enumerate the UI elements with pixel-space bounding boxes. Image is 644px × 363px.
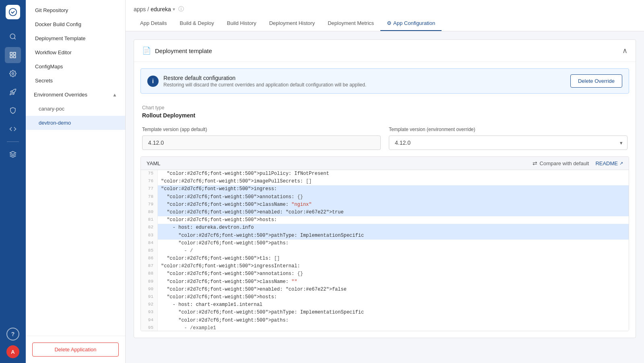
info-icon: i (147, 76, 159, 87)
sidebar-footer: Delete Application (26, 336, 125, 363)
compare-with-default-button[interactable]: ⇄ Compare with default (533, 160, 589, 166)
sidebar-item-docker-build-config[interactable]: Docker Build Config (26, 17, 125, 31)
breadcrumb-chevron-icon[interactable]: ▾ (173, 6, 175, 12)
sidebar-item-workflow-editor[interactable]: Workflow Editor (26, 45, 125, 59)
code-line: 78 "color:#2d7cf6;font-weight:500">annot… (141, 193, 629, 201)
line-content: "color:#2d7cf6;font-weight:500">enabled:… (158, 286, 629, 293)
sidebar-item-label: ConfigMaps (35, 64, 63, 70)
security-nav-icon[interactable] (5, 103, 21, 119)
sidebar: Git Repository Docker Build Config Deplo… (26, 0, 126, 363)
chevron-up-icon: ▲ (112, 92, 117, 98)
layers-nav-icon[interactable] (5, 146, 21, 162)
breadcrumb-info-icon[interactable]: ⓘ (178, 6, 184, 13)
readme-label: README (595, 160, 618, 166)
line-content: "color:#2d7cf6;font-weight:500">tls: [] (158, 255, 629, 263)
settings-nav-icon[interactable] (5, 66, 21, 82)
line-number: 94 (141, 317, 158, 324)
compare-label: Compare with default (540, 160, 589, 166)
code-line: 89 "color:#2d7cf6;font-weight:500">class… (141, 278, 629, 286)
delete-application-button[interactable]: Delete Application (32, 342, 119, 357)
line-content: "color:#2d7cf6;font-weight:500">classNam… (158, 201, 629, 209)
tab-deployment-history[interactable]: Deployment History (263, 16, 321, 31)
document-icon: 📄 (142, 46, 151, 55)
collapse-button[interactable]: ∧ (622, 46, 627, 55)
template-header: 📄 Deployment template ∧ (134, 40, 636, 62)
line-number: 77 (141, 185, 158, 193)
template-version-env-col: Template version (environment override) … (389, 127, 627, 150)
sidebar-nav: Git Repository Docker Build Config Deplo… (26, 0, 125, 336)
sidebar-item-git-repository[interactable]: Git Repository (26, 3, 125, 17)
line-content: "color:#2d7cf6;font-weight:500">paths: (158, 317, 629, 324)
rocket-nav-icon[interactable] (5, 84, 21, 100)
line-content: - host: edureka.devtron.info (158, 224, 629, 232)
yaml-header: YAML ⇄ Compare with default README ↗ (141, 157, 629, 170)
sidebar-item-deployment-template[interactable]: Deployment Template (26, 31, 125, 45)
yaml-actions: ⇄ Compare with default README ↗ (533, 160, 623, 166)
breadcrumb-apps-link[interactable]: apps (134, 6, 146, 12)
line-content: "color:#2d7cf6;font-weight:500">pathType… (158, 309, 629, 316)
sidebar-item-label: Git Repository (35, 7, 68, 13)
sidebar-item-label: Docker Build Config (35, 21, 81, 27)
line-number: 86 (141, 255, 158, 263)
line-number: 79 (141, 201, 158, 209)
line-number: 82 (141, 224, 158, 232)
line-number: 90 (141, 286, 158, 293)
line-content: "color:#2d7cf6;font-weight:500">ingressI… (158, 263, 629, 270)
yaml-code-editor[interactable]: 75 "color:#2d7cf6;font-weight:500">pullP… (141, 170, 629, 331)
help-icon[interactable]: ? (6, 328, 19, 340)
tab-build-history[interactable]: Build History (221, 16, 263, 31)
line-number: 89 (141, 278, 158, 286)
external-link-icon: ↗ (619, 161, 623, 166)
chart-type-label: Chart type (142, 105, 627, 111)
line-content: "color:#2d7cf6;font-weight:500">classNam… (158, 278, 629, 286)
tab-app-configuration[interactable]: ⚙App Configuration (380, 16, 442, 31)
readme-button[interactable]: README ↗ (595, 160, 623, 166)
line-content: - host: chart-example1.internal (158, 301, 629, 309)
tabs: App Details Build & Deploy Build History… (134, 16, 636, 31)
code-line: 88 "color:#2d7cf6;font-weight:500">annot… (141, 270, 629, 278)
code-nav-icon[interactable] (5, 121, 21, 137)
dashboard-nav-icon[interactable] (5, 47, 21, 63)
user-avatar[interactable]: A (6, 345, 19, 358)
sidebar-env-item-canary-poc[interactable]: canary-poc (26, 102, 125, 116)
gear-tab-icon: ⚙ (387, 20, 392, 26)
line-content: "color:#2d7cf6;font-weight:500">pullPoli… (158, 170, 629, 178)
template-version-app-input[interactable] (142, 135, 381, 150)
code-line: 87"color:#2d7cf6;font-weight:500">ingres… (141, 263, 629, 270)
line-number: 83 (141, 232, 158, 240)
code-line: 75 "color:#2d7cf6;font-weight:500">pullP… (141, 170, 629, 178)
svg-rect-5 (10, 56, 12, 58)
svg-rect-3 (10, 52, 12, 54)
svg-rect-6 (14, 56, 16, 58)
chart-type-value: Rollout Deployment (142, 112, 627, 119)
app-logo[interactable] (6, 5, 20, 19)
code-line: 76"color:#2d7cf6;font-weight:500">imageP… (141, 178, 629, 185)
env-item-label: devtron-demo (39, 120, 71, 126)
line-number: 92 (141, 301, 158, 309)
template-version-app-col: Template version (app default) (142, 127, 381, 150)
sidebar-section-environment-overrides[interactable]: Environment Overrides ▲ (26, 88, 125, 102)
search-nav-icon[interactable] (5, 29, 21, 45)
code-line: 79 "color:#2d7cf6;font-weight:500">class… (141, 201, 629, 209)
template-version-env-select[interactable]: 4.12.0 (389, 135, 627, 150)
tab-build-deploy[interactable]: Build & Deploy (173, 16, 220, 31)
line-content: "color:#2d7cf6;font-weight:500">imagePul… (158, 178, 629, 185)
line-number: 84 (141, 240, 158, 247)
sidebar-env-item-devtron-demo[interactable]: devtron-demo (26, 116, 125, 130)
line-content: "color:#2d7cf6;font-weight:500">enabled:… (158, 209, 629, 216)
template-version-env-label: Template version (environment override) (389, 127, 627, 132)
sidebar-item-label: Deployment Template (35, 35, 86, 41)
sidebar-item-configmaps[interactable]: ConfigMaps (26, 59, 125, 74)
line-number: 87 (141, 263, 158, 270)
line-content: "color:#2d7cf6;font-weight:500">annotati… (158, 270, 629, 278)
tab-deployment-metrics[interactable]: Deployment Metrics (321, 16, 380, 31)
template-header-left: 📄 Deployment template (142, 46, 212, 55)
tab-app-details[interactable]: App Details (134, 16, 173, 31)
sidebar-item-secrets[interactable]: Secrets (26, 74, 125, 88)
code-line: 91 "color:#2d7cf6;font-weight:500">hosts… (141, 293, 629, 301)
yaml-section: YAML ⇄ Compare with default README ↗ (140, 156, 629, 331)
code-line: 90 "color:#2d7cf6;font-weight:500">enabl… (141, 286, 629, 293)
delete-override-button[interactable]: Delete Override (570, 74, 622, 88)
nav-divider (7, 142, 19, 142)
restore-banner: i Restore default configuration Restorin… (140, 68, 629, 94)
